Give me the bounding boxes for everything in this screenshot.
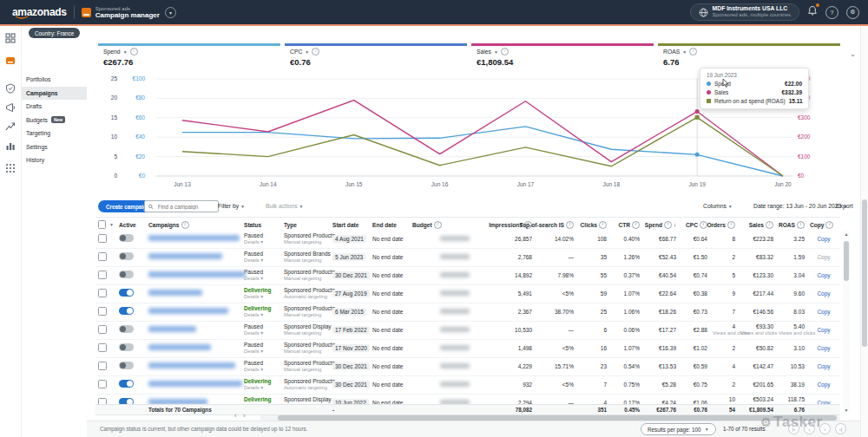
campaign-name-redacted[interactable]	[146, 362, 241, 370]
results-per-page-dropdown[interactable]: Results per page: 100▼	[641, 423, 716, 435]
metric-label[interactable]: Sales▼i	[477, 48, 648, 55]
column-header-top-of-search-is[interactable]: Top-of-search ISi	[535, 221, 576, 229]
metric-label[interactable]: Spend▼i	[103, 48, 275, 55]
column-header-sales[interactable]: Salesi	[738, 221, 776, 229]
vscroll-thumb[interactable]	[844, 241, 849, 281]
row-checkbox[interactable]	[95, 289, 116, 299]
row-checkbox[interactable]	[95, 234, 116, 245]
table-vertical-scrollbar[interactable]: ▲ ▼	[843, 231, 850, 414]
details-link[interactable]: Details ▾	[244, 294, 279, 300]
shield-icon[interactable]	[5, 83, 16, 94]
product-switcher-chevron-icon[interactable]: ▾	[165, 7, 176, 18]
copy-link[interactable]: Copy	[807, 290, 840, 297]
end-date[interactable]: No end date	[370, 327, 410, 334]
details-link[interactable]: Details ▾	[244, 258, 279, 264]
sidebar-item-drafts[interactable]: Drafts	[21, 100, 87, 114]
end-date[interactable]: No end date	[370, 254, 410, 261]
end-date[interactable]: No end date	[370, 236, 410, 243]
start-date[interactable]: 30 Dec 2021	[330, 382, 370, 388]
active-toggle[interactable]	[116, 271, 146, 280]
row-checkbox[interactable]	[95, 362, 116, 372]
hscroll-arrows[interactable]: ‹›	[234, 413, 253, 419]
page-scrollbar[interactable]	[860, 26, 868, 437]
column-header-cpc[interactable]: CPCi	[679, 221, 710, 229]
copy-link[interactable]: Copy	[807, 345, 840, 352]
amazon-ads-logo[interactable]: amazonads	[12, 6, 67, 18]
metric-card-sales[interactable]: Sales▼i €1,809.54	[471, 43, 654, 69]
metric-label[interactable]: ROAS▼i	[663, 48, 835, 55]
end-date[interactable]: No end date	[370, 290, 410, 297]
budget-redacted[interactable]	[410, 254, 472, 261]
column-header-start-date[interactable]: Start date	[330, 222, 370, 228]
copy-link[interactable]: Copy	[807, 382, 840, 388]
budget-redacted[interactable]	[410, 363, 472, 370]
metric-card-cpc[interactable]: CPC▼i €0.76	[285, 43, 467, 69]
scroll-down-icon[interactable]: ▼	[843, 408, 850, 413]
last-page-button[interactable]: ›|	[835, 423, 846, 434]
column-header-copy[interactable]: Copyi	[807, 221, 840, 229]
row-checkbox[interactable]	[95, 380, 116, 390]
metric-card-roas[interactable]: ROAS▼i 6.76	[658, 43, 840, 69]
sidebar-item-settings[interactable]: Settings	[21, 140, 87, 154]
start-date[interactable]: 17 Feb 2022	[330, 327, 370, 334]
details-link[interactable]: Details ▾	[244, 239, 279, 245]
page-scroll-thumb[interactable]	[862, 199, 867, 347]
details-link[interactable]: Details ▾	[244, 367, 279, 373]
sidebar-item-targeting[interactable]: Targeting	[21, 127, 87, 140]
search-input[interactable]	[156, 203, 214, 211]
select-all-checkbox[interactable]: ▼	[95, 220, 116, 229]
columns-dropdown[interactable]: Columns ▼	[703, 203, 733, 209]
active-toggle[interactable]	[116, 380, 146, 389]
row-checkbox[interactable]	[95, 325, 116, 336]
row-checkbox[interactable]	[95, 343, 116, 354]
account-selector[interactable]: MDF Instruments USA LLC Sponsored ads, m…	[690, 3, 799, 21]
help-button[interactable]: ?	[825, 6, 838, 19]
column-header-budget[interactable]: Budgeti	[410, 221, 472, 229]
scroll-up-icon[interactable]: ▲	[843, 232, 850, 237]
active-toggle[interactable]	[116, 325, 146, 335]
campaign-name-redacted[interactable]	[146, 308, 241, 316]
details-link[interactable]: Details ▾	[244, 385, 279, 391]
active-toggle[interactable]	[116, 362, 146, 371]
budget-redacted[interactable]	[410, 382, 472, 388]
country-filter-pill[interactable]: Country: France	[29, 28, 80, 38]
start-date[interactable]: 27 Aug 2019	[330, 290, 370, 297]
sidebar-item-budgets[interactable]: BudgetsNew	[21, 114, 87, 127]
export-button[interactable]: Export	[836, 203, 853, 209]
start-date[interactable]: 5 Jun 2023	[330, 254, 370, 261]
sidebar-item-campaigns[interactable]: Campaigns	[21, 87, 87, 101]
copy-link[interactable]: Copy	[807, 309, 840, 316]
start-date[interactable]: 30 Dec 2021	[330, 363, 370, 370]
row-checkbox[interactable]	[95, 271, 116, 281]
apps-grid-icon[interactable]	[5, 163, 16, 173]
column-header-orders[interactable]: Ordersi	[710, 221, 738, 229]
column-header-end-date[interactable]: End date	[370, 222, 410, 228]
column-header-spend[interactable]: Spendi↓	[642, 221, 679, 229]
filter-by-dropdown[interactable]: Filter by ▼	[218, 203, 245, 209]
row-checkbox[interactable]	[95, 307, 116, 317]
column-header-ctr[interactable]: CTRi	[609, 221, 642, 229]
start-date[interactable]: 6 Mar 2015	[330, 309, 370, 316]
details-link[interactable]: Details ▾	[244, 349, 279, 355]
budget-redacted[interactable]	[410, 327, 472, 334]
budget-redacted[interactable]	[410, 272, 472, 279]
sidebar-item-portfolios[interactable]: Portfolios	[21, 73, 87, 87]
column-header-clicks[interactable]: Clicksi	[576, 221, 609, 229]
campaign-name-redacted[interactable]	[146, 381, 241, 388]
copy-link[interactable]: Copy	[807, 363, 840, 370]
column-header-campaigns[interactable]: Campaignsi	[146, 221, 241, 229]
active-toggle[interactable]	[116, 343, 146, 353]
budget-redacted[interactable]	[410, 309, 472, 316]
active-toggle[interactable]	[116, 289, 146, 298]
megaphone-icon[interactable]	[5, 102, 16, 113]
column-header-roas[interactable]: ROASi	[776, 221, 807, 229]
metric-card-spend[interactable]: Spend▼i €267.76	[98, 43, 280, 69]
column-header-active[interactable]: Active	[116, 222, 146, 228]
notifications-button[interactable]	[807, 4, 818, 20]
end-date[interactable]: No end date	[370, 382, 410, 388]
collapse-chart-chevron-icon[interactable]: ⌄	[850, 50, 856, 58]
end-date[interactable]: No end date	[370, 345, 410, 352]
campaign-name-redacted[interactable]	[146, 271, 241, 279]
campaigns-icon[interactable]	[5, 55, 16, 66]
active-toggle[interactable]	[116, 234, 146, 244]
